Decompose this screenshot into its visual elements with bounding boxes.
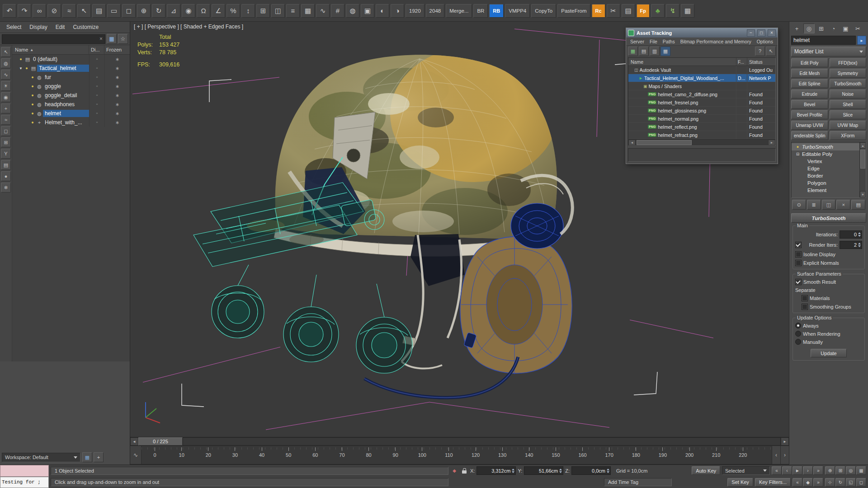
row-helmet-refract[interactable]: PNG helmet_refract.png Found xyxy=(628,131,775,139)
scroll-thumb[interactable] xyxy=(860,150,865,169)
previous-key-button[interactable]: « xyxy=(793,478,802,487)
details-view-icon[interactable]: ▦ xyxy=(660,47,670,56)
display-toggle-icon[interactable]: ▫ xyxy=(89,55,104,64)
column-header-status[interactable]: Status xyxy=(747,58,775,66)
modifier-button[interactable]: Edit Spline xyxy=(791,79,828,88)
y-coordinate-field[interactable]: 51,66cm xyxy=(524,466,563,475)
display-toggle-icon[interactable]: ▫ xyxy=(89,118,104,127)
rc-button[interactable]: Rc xyxy=(592,4,605,18)
display-groups-icon[interactable]: ◻ xyxy=(1,126,11,136)
schematic-view-icon[interactable]: # xyxy=(331,4,344,18)
object-row-fur[interactable]: ● ◍ fur ▫ ∗ xyxy=(12,73,130,82)
tab-display-icon[interactable]: ▣ xyxy=(840,23,851,33)
modifier-button[interactable]: XForm xyxy=(830,131,867,140)
row-autodesk-vault[interactable]: ◫ Autodesk Vault Logged Ou xyxy=(628,66,775,74)
scroll-left-icon[interactable]: ◄ xyxy=(628,140,636,145)
modifier-button[interactable]: Shell xyxy=(830,100,867,109)
explorer-search-box[interactable]: × xyxy=(2,34,105,44)
minimize-button[interactable]: − xyxy=(747,29,755,37)
frozen-toggle-icon[interactable]: ∗ xyxy=(104,73,130,82)
modifier-button[interactable]: Edit Poly xyxy=(791,58,828,67)
next-frame-arrow-icon[interactable]: ► xyxy=(781,437,789,446)
object-row-goggle-detail[interactable]: ● ◍ goggle_detail ▫ ∗ xyxy=(12,91,130,100)
lightning-icon[interactable]: ↯ xyxy=(666,4,679,18)
rb-button[interactable]: RB xyxy=(489,4,504,18)
explorer-search-input[interactable] xyxy=(4,36,99,42)
display-spacewarps-icon[interactable]: ≈ xyxy=(1,115,11,125)
menu-item[interactable]: Customize xyxy=(69,23,102,31)
select-by-name-icon[interactable]: ▤ xyxy=(92,4,106,18)
object-row-helmet[interactable]: ● ◍ helmet ▫ ∗ xyxy=(12,109,130,118)
res-2048-button[interactable]: 2048 xyxy=(426,4,445,18)
modifier-list-dropdown[interactable]: Modifier List xyxy=(791,47,866,56)
tab-modify-icon[interactable]: ◎ xyxy=(803,23,815,33)
z-coordinate-field[interactable]: 0,0cm xyxy=(571,466,611,475)
display-shapes-icon[interactable]: ∿ xyxy=(1,70,11,80)
visibility-bulb-icon[interactable]: ● xyxy=(29,93,36,98)
display-xrefs-icon[interactable]: ⊞ xyxy=(1,137,11,147)
rectangular-selection-icon[interactable]: ▭ xyxy=(107,4,121,18)
layer-row-tactical-helmet[interactable]: ▼ ● ▤ Tactical_helmet ▫ ∗ xyxy=(12,64,130,73)
previous-frame-arrow-icon[interactable]: ◄ xyxy=(130,437,138,446)
zoom-all-icon[interactable]: ⊞ xyxy=(835,466,845,475)
asset-tracking-dialog[interactable]: Asset Tracking − □ × ServerFilePathsBitm… xyxy=(626,28,778,164)
row-helmet-glossiness[interactable]: PNG helmet_glossiness.png Found xyxy=(628,107,775,115)
select-and-scale-icon[interactable]: ⊿ xyxy=(167,4,180,18)
stack-row-icon[interactable]: ● xyxy=(795,145,801,149)
menu-item[interactable]: Select xyxy=(3,23,25,31)
undo-icon[interactable]: ↶ xyxy=(3,4,16,18)
modifier-button[interactable]: UVW Map xyxy=(830,121,867,130)
selection-lock-icon[interactable] xyxy=(460,467,468,475)
row-maps-shaders[interactable]: ▣ Maps / Shaders xyxy=(628,82,775,90)
add-time-tag-field[interactable]: Add Time Tag xyxy=(604,478,672,486)
workspace-dropdown[interactable]: Workspace: Default xyxy=(2,453,80,462)
object-row-headphones[interactable]: ● ◍ headphones ▫ ∗ xyxy=(12,100,130,109)
configure-modifier-sets-icon[interactable]: ▤ xyxy=(851,200,865,210)
next-key-button[interactable]: » xyxy=(813,478,823,487)
display-containers-icon[interactable]: ▤ xyxy=(1,160,11,170)
workspace-tools-icon[interactable]: + xyxy=(94,452,104,462)
modifier-button[interactable]: Extrude xyxy=(791,89,828,99)
modifier-button[interactable]: Noise xyxy=(830,89,867,99)
tab-utilities-icon[interactable]: ✂ xyxy=(852,23,863,33)
row-helmet-fresnel[interactable]: PNG helmet_fresnel.png Found xyxy=(628,99,775,107)
rendered-frame-icon[interactable]: ◐ xyxy=(376,4,389,18)
display-helpers-icon[interactable]: + xyxy=(1,103,11,113)
macro-recorder-field[interactable] xyxy=(0,465,49,477)
toggle-scene-explorer-icon[interactable]: ▦ xyxy=(301,4,315,18)
expand-arrow-icon[interactable]: ▼ xyxy=(18,66,24,70)
res-1920-button[interactable]: 1920 xyxy=(406,4,425,18)
frozen-toggle-icon[interactable]: ∗ xyxy=(104,55,130,64)
curve-editor-icon[interactable]: ∿ xyxy=(316,4,330,18)
close-button[interactable]: × xyxy=(768,29,776,37)
tab-motion-icon[interactable]: ◔ xyxy=(828,23,839,33)
auto-key-button[interactable]: Auto Key xyxy=(692,466,720,475)
column-header-frozen[interactable]: Frozen xyxy=(104,45,130,54)
mini-curve-editor-icon[interactable]: ∿ xyxy=(130,446,142,464)
display-toggle-icon[interactable]: ▫ xyxy=(89,82,104,91)
always-radio[interactable] xyxy=(795,323,801,328)
select-object-icon[interactable]: ↖ xyxy=(77,4,91,18)
select-and-rotate-icon[interactable]: ↻ xyxy=(152,4,165,18)
go-to-start-button[interactable]: « xyxy=(772,466,782,475)
display-toggle-icon[interactable]: ▫ xyxy=(89,109,104,118)
copyto-button[interactable]: CopyTo xyxy=(531,4,556,18)
iterations-spinner[interactable]: 0 xyxy=(840,230,862,239)
modifier-button[interactable]: enderable Splin xyxy=(791,131,828,140)
region-zoom-icon[interactable]: ◱ xyxy=(846,478,856,487)
modifier-button[interactable]: Bevel xyxy=(791,100,828,109)
show-end-result-icon[interactable]: ≣ xyxy=(807,200,821,210)
remove-modifier-icon[interactable]: × xyxy=(836,200,850,210)
maxscript-listener-field[interactable]: Testing for ; xyxy=(0,477,49,488)
visibility-bulb-icon[interactable]: ● xyxy=(29,102,36,107)
previous-frame-button[interactable]: ‹ xyxy=(782,466,792,475)
display-materials-icon[interactable]: ● xyxy=(1,171,11,181)
render-iters-spinner[interactable]: 2 xyxy=(840,241,862,249)
vault-browser-icon[interactable]: ▦ xyxy=(628,47,638,56)
modifier-button[interactable]: Slice xyxy=(830,110,867,119)
align-icon[interactable]: ≡ xyxy=(286,4,300,18)
br-button[interactable]: BR xyxy=(473,4,488,18)
row-helmet-normal[interactable]: PNG helmet_normal.png Found xyxy=(628,115,775,123)
merge-button[interactable]: Merge... xyxy=(446,4,472,18)
isoline-display-checkbox[interactable] xyxy=(795,251,802,258)
